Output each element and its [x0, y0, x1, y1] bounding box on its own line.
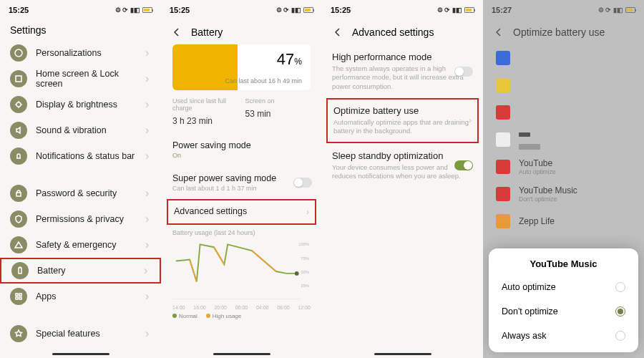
stat-row: Used since last full charge 3 h 23 min S… [172, 97, 311, 126]
shield-icon [10, 211, 27, 228]
status-icons: ⚙ ⟳ ▮◧ [437, 6, 474, 14]
bottom-sheet: YouTube Music Auto optimize Don't optimi… [489, 248, 638, 352]
battery-icon [11, 262, 29, 279]
super-power-saving-row[interactable]: Super power saving mode Can last about 1… [161, 166, 322, 199]
app-row-hidden-2[interactable] [483, 72, 644, 99]
svg-rect-3 [16, 193, 21, 196]
status-bar: 15:25 ⚙ ⟳ ▮◧ [322, 0, 483, 20]
settings-item-permissions[interactable]: Permissions & privacy › [0, 206, 161, 232]
settings-screen: 15:25 ⚙ ⟳ ▮◧ Settings Personalizations ›… [0, 0, 161, 358]
high-performance-row[interactable]: High performance mode The system always … [322, 44, 483, 98]
used-since-value: 3 h 23 min [172, 116, 238, 126]
chevron-right-icon: › [306, 207, 309, 217]
chevron-right-icon: › [145, 124, 151, 137]
app-row-youtube[interactable]: YouTubeAuto optimize [483, 153, 644, 180]
super-power-toggle[interactable] [293, 178, 312, 188]
power-saving-mode-row[interactable]: Power saving mode On [161, 133, 322, 166]
chevron-right-icon: › [145, 213, 151, 226]
settings-item-sound[interactable]: Sound & vibration › [0, 117, 161, 143]
clock: 15:27 [492, 6, 512, 14]
app-row-zepp-life[interactable]: Zepp Life [483, 208, 644, 235]
back-icon[interactable] [493, 26, 504, 38]
status-bar: 15:25 ⚙ ⟳ ▮◧ [0, 0, 161, 20]
settings-item-apps[interactable]: Apps › [0, 284, 161, 309]
lock-icon [10, 185, 27, 202]
svg-point-14 [295, 271, 299, 276]
status-icons: ⚙ ⟳ ▮◧ [115, 6, 152, 14]
clock: 15:25 [331, 6, 351, 14]
chevron-right-icon: › [144, 264, 150, 277]
chart-legend: Normal High usage [172, 313, 311, 319]
settings-item-safety[interactable]: Safety & emergency › [0, 232, 161, 258]
settings-item-homescreen[interactable]: Home screen & Lock screen › [0, 66, 161, 92]
page-title: Settings [0, 20, 161, 40]
advanced-settings-row[interactable]: Advanced settings › [167, 199, 316, 225]
high-performance-toggle[interactable] [454, 67, 473, 77]
sleep-standby-toggle[interactable] [454, 160, 473, 170]
svg-text:75%: 75% [301, 256, 309, 261]
back-icon[interactable] [332, 26, 343, 38]
advanced-settings-screen: 15:25 ⚙ ⟳ ▮◧ Advanced settings High perf… [322, 0, 483, 358]
app-row-hidden-3[interactable] [483, 99, 644, 126]
sound-icon [10, 122, 27, 139]
option-always-ask[interactable]: Always ask [489, 324, 638, 348]
optimize-battery-screen: 15:27 ⚙ ⟳ ▮◧ Optimize battery use YouTub… [483, 0, 644, 358]
settings-item-notifications[interactable]: Notifications & status bar › [0, 143, 161, 169]
display-icon [10, 96, 27, 113]
app-row-hidden-1[interactable] [483, 44, 644, 72]
battery-card[interactable]: 47% Can last about 16 h 49 min [172, 44, 311, 90]
svg-rect-6 [19, 294, 21, 296]
page-title: Advanced settings [352, 26, 434, 38]
bell-icon [10, 147, 27, 165]
settings-item-battery[interactable]: Battery › [0, 258, 161, 284]
home-indicator[interactable] [374, 353, 431, 355]
header: Optimize battery use [483, 20, 644, 44]
screen-on-value: 53 min [245, 109, 311, 119]
chevron-right-icon: › [145, 290, 151, 303]
home-indicator[interactable] [213, 353, 270, 355]
svg-rect-1 [16, 76, 21, 82]
home-indicator[interactable] [52, 353, 109, 355]
settings-item-personalizations[interactable]: Personalizations › [0, 40, 161, 66]
status-icons: ⚙ ⟳ ▮◧ [276, 6, 313, 14]
clock: 15:25 [170, 6, 190, 14]
settings-item-special[interactable]: Special features › [0, 321, 161, 347]
warning-icon [10, 236, 27, 253]
settings-item-display[interactable]: Display & brightness › [0, 92, 161, 117]
radio-icon [615, 331, 625, 341]
status-bar: 15:27 ⚙ ⟳ ▮◧ [483, 0, 644, 20]
page-title: Optimize battery use [513, 26, 605, 38]
radio-icon [615, 306, 625, 316]
used-since-label: Used since last full charge [172, 97, 238, 112]
clock: 15:25 [9, 6, 29, 14]
chevron-right-icon: › [145, 72, 151, 85]
chevron-right-icon: › [145, 150, 151, 163]
star-icon [10, 325, 27, 342]
app-row-youtube-music[interactable]: YouTube MusicDon't optimize [483, 180, 644, 208]
chevron-right-icon: › [145, 327, 151, 340]
sheet-title: YouTube Music [489, 258, 638, 269]
svg-text:100%: 100% [298, 242, 309, 246]
option-dont-optimize[interactable]: Don't optimize [489, 299, 638, 324]
settings-item-password[interactable]: Password & security › [0, 180, 161, 206]
sleep-standby-row[interactable]: Sleep standby optimization Your device c… [322, 143, 483, 188]
app-row-hidden-4[interactable] [483, 126, 644, 153]
radio-icon [615, 282, 625, 292]
home-icon [10, 70, 27, 87]
screen-on-label: Screen on [245, 97, 311, 105]
battery-screen: 15:25 ⚙ ⟳ ▮◧ Battery 47% Can last about … [161, 0, 322, 358]
page-title: Battery [191, 26, 223, 38]
personalizations-icon [10, 44, 27, 62]
svg-rect-8 [19, 297, 21, 299]
svg-rect-7 [16, 297, 18, 299]
battery-remaining: Can last about 16 h 49 min [225, 77, 302, 84]
option-auto-optimize[interactable]: Auto optimize [489, 275, 638, 299]
battery-percent: 47% [277, 50, 302, 69]
svg-text:50%: 50% [301, 270, 309, 274]
optimize-battery-row[interactable]: Optimize battery use Automatically optim… [326, 98, 479, 143]
chevron-right-icon: › [145, 98, 151, 111]
back-icon[interactable] [171, 26, 182, 38]
apps-icon [10, 288, 27, 305]
chevron-right-icon: › [145, 187, 151, 200]
header: Battery [161, 20, 322, 44]
